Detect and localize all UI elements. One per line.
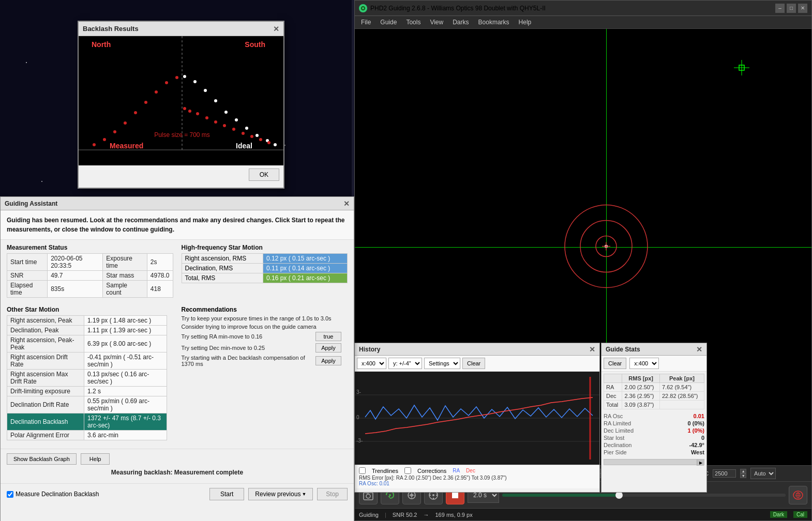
review-previous-button[interactable]: Review previous ▼ [248, 488, 313, 500]
settings-select[interactable]: Settings [424, 358, 460, 369]
checkbox-row: Trendlines Corrections RA Dec [359, 467, 595, 474]
history-clear-button[interactable]: Clear [462, 358, 485, 369]
guide-stats-x-select[interactable]: x:400 [629, 358, 659, 369]
menu-file[interactable]: File [357, 18, 375, 27]
apply-dec-minmove-button[interactable]: Apply [315, 343, 341, 353]
backlash-titlebar: Backlash Results ✕ [79, 22, 283, 36]
rec-row-1: Try to keep your exposure times in the r… [182, 315, 342, 321]
svg-point-3 [103, 138, 106, 141]
dark-indicator: Dark [770, 511, 787, 518]
svg-point-21 [183, 107, 186, 110]
lock-point-svg [734, 60, 749, 75]
stats-dec-peak: 22.82 (28.56") [659, 392, 704, 401]
measure-dec-checkbox[interactable] [7, 491, 13, 498]
corrections-label: Corrections [417, 468, 446, 474]
star-mass-value: 4978.0 [147, 271, 173, 281]
stats-header-row: RMS [px] Peak [px] [604, 374, 704, 383]
dec-limited-value: 1 (0%) [688, 427, 704, 434]
status-arrow: → [423, 512, 429, 518]
history-chart-svg: 3- 0 -3- [355, 372, 599, 465]
pier-side-label: Pier Side [604, 449, 627, 455]
maximize-button[interactable]: □ [787, 4, 796, 13]
svg-point-11 [183, 75, 186, 78]
auto-select[interactable]: Auto [750, 468, 776, 479]
motion-label: Declination Drift Rate [7, 396, 84, 413]
table-row: Right ascension, RMS 0.12 px ( 0.15 arc-… [182, 254, 348, 264]
total-rms-label: Total, RMS [182, 273, 263, 283]
review-dropdown-icon[interactable]: ▼ [302, 492, 306, 497]
dec-limited-row: Dec Limited 1 (0%) [604, 427, 704, 434]
svg-point-45 [366, 494, 370, 498]
exposure-slider[interactable] [502, 494, 786, 497]
motion-label: Drift-limiting exposure [7, 387, 84, 396]
history-controls: x:400 x:200 y: +/-4" y: +/-2" Settings C… [355, 356, 599, 372]
phd2-logo-svg [360, 5, 366, 11]
table-row: Declination, RMS 0.11 px ( 0.14 arc-sec … [182, 264, 348, 273]
brain-button[interactable] [789, 486, 807, 504]
x-range-select[interactable]: x:400 x:200 [357, 358, 386, 369]
help-button[interactable]: Help [81, 453, 110, 465]
phd2-title-left: PHD2 Guiding 2.6.8 - Williams Optics 98 … [359, 4, 546, 12]
history-chart-area: 3- 0 -3- [355, 372, 599, 465]
menu-help[interactable]: Help [515, 18, 536, 27]
trendlines-checkbox[interactable] [359, 467, 366, 474]
motion-label: Right ascension, Peak-Peak [7, 335, 84, 353]
ga-close[interactable]: ✕ [343, 200, 350, 208]
history-titlebar: History ✕ [355, 343, 599, 356]
rec-text-4: Try setting Dec min-move to 0.25 [182, 345, 312, 351]
minimize-button[interactable]: – [775, 4, 785, 13]
apply-dec-backlash-button[interactable]: Apply [315, 356, 341, 365]
stats-ra-rms: 2.00 (2.50") [622, 383, 660, 392]
ra-limited-label: RA Limited [604, 420, 631, 426]
svg-point-2 [93, 143, 96, 146]
sample-label: Sample count [103, 281, 147, 298]
close-button[interactable]: ✕ [798, 4, 807, 13]
mx-dec-down[interactable]: ▼ [740, 473, 746, 478]
apply-ra-minmove-button[interactable]: true [315, 332, 341, 341]
menu-tools[interactable]: Tools [402, 18, 425, 27]
backlash-close[interactable]: ✕ [273, 25, 279, 33]
menu-guide[interactable]: Guide [376, 18, 401, 27]
dec-label: Dec [466, 468, 475, 473]
start-button[interactable]: Start [209, 488, 244, 500]
mx-dec-up[interactable]: ▲ [740, 469, 746, 473]
motion-value: 1.11 px ( 1.39 arc-sec ) [84, 326, 167, 335]
svg-point-17 [245, 127, 248, 130]
motion-value: 3.6 arc-min [84, 431, 167, 440]
motion-label: Right ascension Max Drift Rate [7, 370, 84, 387]
show-backlash-button[interactable]: Show Backlash Graph [7, 453, 77, 465]
guide-stats-panel: Guide Stats ✕ Clear x:400 RMS [px] Peak … [601, 343, 707, 493]
mx-dec-input[interactable] [713, 469, 736, 478]
ga-footer: Measure Declination Backlash Start Revie… [1, 483, 354, 504]
ga-title: Guiding Assistant [5, 200, 57, 207]
menu-bookmarks[interactable]: Bookmarks [474, 18, 514, 27]
stop-button[interactable]: Stop [317, 488, 348, 500]
svg-point-29 [250, 135, 253, 138]
menu-darks[interactable]: Darks [448, 18, 473, 27]
guide-stats-close[interactable]: ✕ [696, 345, 702, 354]
ga-bottom: Show Backlash Graph Help Measuring backl… [1, 449, 354, 483]
guide-stats-clear-button[interactable]: Clear [604, 358, 626, 369]
phd2-statusbar: Guiding | SNR 50.2 → 169 ms, 0.9 px Dark… [355, 508, 811, 520]
stats-ra-row: RA 2.00 (2.50") 7.62 (9.54") [604, 383, 704, 392]
svg-point-7 [144, 101, 147, 104]
backlash-ok-button[interactable]: OK [249, 168, 279, 181]
motion-label: Right ascension, Peak [7, 316, 84, 326]
menu-view[interactable]: View [426, 18, 447, 27]
mx-dec-spinner[interactable]: ▲ ▼ [740, 469, 746, 478]
window-controls: – □ ✕ [775, 4, 807, 13]
table-row: Right ascension Max Drift Rate 0.13 px/s… [7, 370, 167, 387]
dec-rms-value: 0.11 px ( 0.14 arc-sec ) [263, 264, 347, 273]
ga-titlebar: Guiding Assistant ✕ [1, 197, 354, 210]
y-range-select[interactable]: y: +/-4" y: +/-2" [388, 358, 422, 369]
corrections-checkbox[interactable] [404, 467, 411, 474]
stats-rms-header: RMS [px] [622, 374, 660, 383]
scroll-right-arrow[interactable]: ▶ [697, 459, 704, 466]
ra-osc-label: RA Osc: 0.01 [359, 481, 389, 486]
history-close[interactable]: ✕ [589, 345, 595, 354]
south-label: South [245, 40, 265, 49]
svg-rect-44 [364, 493, 373, 500]
stats-ra-peak: 7.62 (9.54") [659, 383, 704, 392]
total-rms-value: 0.16 px ( 0.21 arc-sec ) [263, 273, 347, 283]
guide-stats-scrollbar[interactable]: ▶ [604, 459, 704, 465]
